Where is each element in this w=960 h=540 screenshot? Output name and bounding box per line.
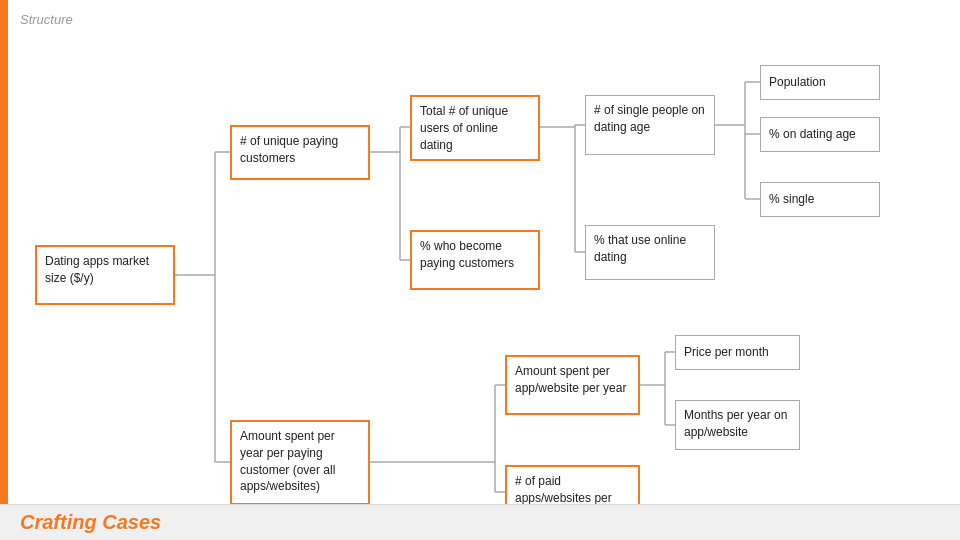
bottom-bar: Crafting Cases — [0, 504, 960, 540]
price-per-month-box: Price per month — [675, 335, 800, 370]
root-box: Dating apps market size ($/y) — [35, 245, 175, 305]
months-per-year-label: Months per year on app/website — [684, 408, 787, 439]
total-unique-users-label: Total # of unique users of online dating — [420, 104, 508, 152]
amount-spent-label: Amount spent per year per paying custome… — [240, 429, 335, 493]
pct-dating-age-label: % on dating age — [769, 126, 856, 143]
total-unique-users-box: Total # of unique users of online dating — [410, 95, 540, 161]
structure-label: Structure — [20, 12, 73, 27]
unique-paying-label: # of unique paying customers — [240, 134, 338, 165]
pct-single-box: % single — [760, 182, 880, 217]
amount-per-app-box: Amount spent per app/website per year — [505, 355, 640, 415]
price-per-month-label: Price per month — [684, 344, 769, 361]
left-accent-bar — [0, 0, 8, 540]
amount-per-app-label: Amount spent per app/website per year — [515, 364, 626, 395]
pct-paying-box: % who become paying customers — [410, 230, 540, 290]
brand-label: Crafting Cases — [20, 511, 161, 534]
pct-paying-label: % who become paying customers — [420, 239, 514, 270]
population-box: Population — [760, 65, 880, 100]
root-label: Dating apps market size ($/y) — [45, 254, 149, 285]
pct-online-dating-box: % that use online dating — [585, 225, 715, 280]
pct-single-label: % single — [769, 191, 814, 208]
page-container: Structure — [0, 0, 960, 540]
single-people-label: # of single people on dating age — [594, 103, 705, 134]
single-people-box: # of single people on dating age — [585, 95, 715, 155]
pct-dating-age-box: % on dating age — [760, 117, 880, 152]
amount-spent-box: Amount spent per year per paying custome… — [230, 420, 370, 505]
pct-online-dating-label: % that use online dating — [594, 233, 686, 264]
months-per-year-box: Months per year on app/website — [675, 400, 800, 450]
population-label: Population — [769, 74, 826, 91]
unique-paying-box: # of unique paying customers — [230, 125, 370, 180]
tree-diagram: Dating apps market size ($/y) # of uniqu… — [15, 30, 955, 520]
